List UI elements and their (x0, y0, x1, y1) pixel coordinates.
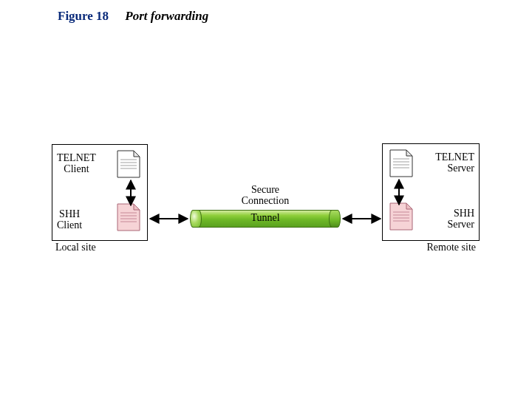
remote-telnet-label: TELNET Server (435, 151, 474, 174)
tunnel-label: Tunnel (190, 212, 341, 224)
diagram-canvas: Figure 18 Port forwarding TELNET Client … (0, 0, 532, 399)
secure-line1: Secure (190, 184, 341, 195)
remote-ssh-label: SHH Server (447, 208, 474, 231)
remote-telnet-l2: Server (447, 163, 474, 174)
remote-telnet-l1: TELNET (435, 151, 474, 163)
local-telnet-l2: Client (64, 163, 89, 174)
remote-site-caption: Remote site (427, 240, 477, 253)
tunnel-cylinder: Tunnel (190, 210, 341, 228)
figure-title: Figure 18 Port forwarding (58, 9, 208, 24)
secure-line2: Connection (190, 195, 341, 206)
local-telnet-l1: TELNET (57, 152, 96, 163)
remote-vertical-arrow (394, 177, 404, 207)
local-telnet-label: TELNET Client (57, 152, 96, 175)
local-to-tunnel-arrow (148, 214, 190, 224)
local-ssh-l2: Client (57, 219, 82, 231)
local-ssh-l1: SHH (59, 208, 80, 219)
figure-caption: Port forwarding (125, 9, 208, 23)
secure-connection-label: Secure Connection (190, 184, 341, 209)
figure-number: Figure 18 (58, 9, 109, 23)
document-icon (116, 149, 141, 179)
remote-ssh-l1: SHH (454, 208, 474, 219)
local-ssh-label: SHH Client (57, 208, 82, 231)
document-icon (389, 149, 414, 178)
tunnel-to-remote-arrow (341, 214, 383, 224)
local-site-caption: Local site (55, 240, 96, 253)
local-vertical-arrow (126, 178, 136, 208)
remote-ssh-l2: Server (447, 219, 474, 230)
